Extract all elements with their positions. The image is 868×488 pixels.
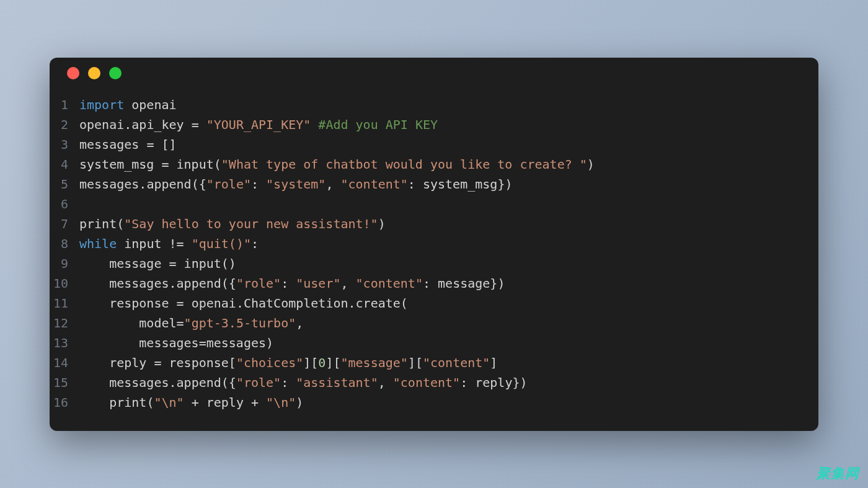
close-traffic-light-icon[interactable] bbox=[67, 67, 79, 79]
line-number: 7 bbox=[50, 214, 79, 234]
line-content: print("\n" + reply + "\n") bbox=[79, 393, 818, 412]
line-number: 9 bbox=[50, 254, 79, 273]
line-number: 11 bbox=[50, 293, 79, 313]
line-content: response = openai.ChatCompletion.create( bbox=[79, 293, 818, 313]
line-content: messages.append({"role": "system", "cont… bbox=[79, 174, 818, 194]
code-line[interactable]: 10 messages.append({"role": "user", "con… bbox=[50, 273, 818, 293]
line-content: reply = response["choices"][0]["message"… bbox=[79, 353, 818, 373]
line-number: 13 bbox=[50, 333, 79, 353]
code-line[interactable]: 6 bbox=[50, 194, 818, 214]
window-titlebar bbox=[50, 58, 818, 89]
line-number: 12 bbox=[50, 313, 79, 333]
code-line[interactable]: 4system_msg = input("What type of chatbo… bbox=[50, 154, 818, 174]
line-content: messages.append({"role": "assistant", "c… bbox=[79, 373, 818, 393]
code-line[interactable]: 8while input != "quit()": bbox=[50, 234, 818, 254]
line-number: 2 bbox=[50, 115, 79, 135]
code-line[interactable]: 14 reply = response["choices"][0]["messa… bbox=[50, 353, 818, 373]
code-line[interactable]: 15 messages.append({"role": "assistant",… bbox=[50, 373, 818, 393]
line-content: message = input() bbox=[79, 254, 818, 273]
line-content: messages = [] bbox=[79, 135, 818, 154]
line-content: import openai bbox=[79, 95, 818, 115]
code-line[interactable]: 13 messages=messages) bbox=[50, 333, 818, 353]
code-line[interactable]: 9 message = input() bbox=[50, 254, 818, 273]
code-line[interactable]: 2openai.api_key = "YOUR_API_KEY" #Add yo… bbox=[50, 115, 818, 135]
line-content: while input != "quit()": bbox=[79, 234, 818, 254]
code-line[interactable]: 12 model="gpt-3.5-turbo", bbox=[50, 313, 818, 333]
watermark-text: 聚集网 bbox=[817, 464, 859, 483]
line-content: model="gpt-3.5-turbo", bbox=[79, 313, 818, 333]
line-number: 4 bbox=[50, 154, 79, 174]
line-content: messages=messages) bbox=[79, 333, 818, 353]
line-content: messages.append({"role": "user", "conten… bbox=[79, 273, 818, 293]
line-number: 16 bbox=[50, 393, 79, 412]
line-number: 14 bbox=[50, 353, 79, 373]
code-line[interactable]: 11 response = openai.ChatCompletion.crea… bbox=[50, 293, 818, 313]
line-number: 10 bbox=[50, 273, 79, 293]
line-number: 6 bbox=[50, 194, 79, 214]
code-area[interactable]: 1import openai2openai.api_key = "YOUR_AP… bbox=[50, 89, 818, 419]
line-content: openai.api_key = "YOUR_API_KEY" #Add you… bbox=[79, 115, 818, 135]
minimize-traffic-light-icon[interactable] bbox=[88, 67, 100, 79]
code-line[interactable]: 16 print("\n" + reply + "\n") bbox=[50, 393, 818, 412]
code-line[interactable]: 3messages = [] bbox=[50, 135, 818, 154]
line-content bbox=[79, 194, 818, 214]
line-number: 3 bbox=[50, 135, 79, 154]
line-number: 1 bbox=[50, 95, 79, 115]
line-number: 5 bbox=[50, 174, 79, 194]
code-line[interactable]: 1import openai bbox=[50, 95, 818, 115]
code-editor-window: 1import openai2openai.api_key = "YOUR_AP… bbox=[50, 58, 818, 431]
line-content: system_msg = input("What type of chatbot… bbox=[79, 154, 818, 174]
line-content: print("Say hello to your new assistant!"… bbox=[79, 214, 818, 234]
maximize-traffic-light-icon[interactable] bbox=[109, 67, 122, 79]
code-line[interactable]: 5messages.append({"role": "system", "con… bbox=[50, 174, 818, 194]
line-number: 8 bbox=[50, 234, 79, 254]
line-number: 15 bbox=[50, 373, 79, 393]
code-line[interactable]: 7print("Say hello to your new assistant!… bbox=[50, 214, 818, 234]
